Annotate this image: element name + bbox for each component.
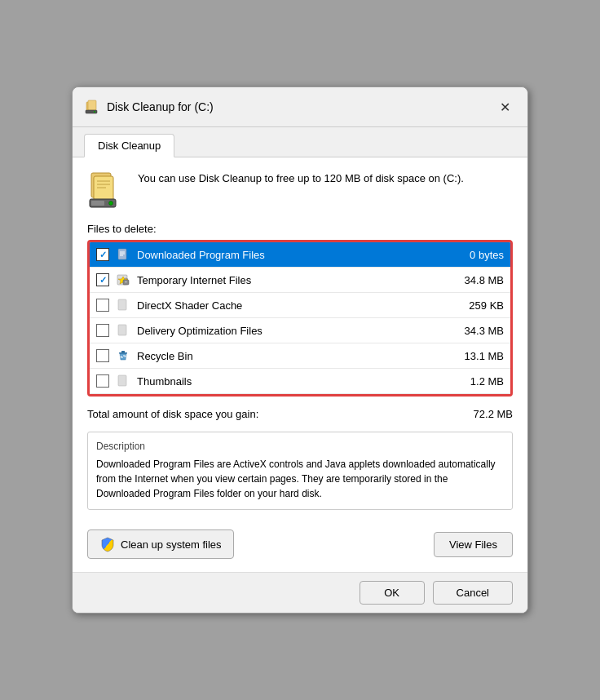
file-size-thumbnails: 1.2 MB (447, 375, 504, 388)
file-checkbox-downloaded[interactable] (96, 248, 109, 261)
total-label: Total amount of disk space you gain: (87, 408, 258, 420)
file-name-directx: DirectX Shader Cache (137, 299, 447, 312)
svg-rect-23 (118, 375, 126, 386)
file-checkbox-temp[interactable] (96, 273, 109, 286)
file-item-temp-internet[interactable]: Temporary Internet Files 34.8 MB (90, 268, 510, 293)
file-item-recycle[interactable]: Recycle Bin 13.1 MB (90, 343, 510, 369)
title-bar: Disk Cleanup for (C:) ✕ (73, 87, 527, 127)
svg-rect-21 (119, 352, 127, 354)
tab-disk-cleanup[interactable]: Disk Cleanup (84, 134, 174, 157)
total-row: Total amount of disk space you gain: 72.… (87, 406, 513, 422)
cleanup-button-label: Clean up system files (121, 538, 222, 551)
svg-rect-22 (121, 351, 125, 352)
file-list[interactable]: Downloaded Program Files 0 bytes (90, 242, 510, 394)
file-size-delivery: 34.3 MB (447, 325, 504, 337)
svg-rect-5 (94, 176, 113, 201)
file-size-downloaded: 0 bytes (447, 249, 504, 261)
file-checkbox-directx[interactable] (96, 299, 109, 312)
disk-cleanup-window: Disk Cleanup for (C:) ✕ Disk Cleanup (72, 86, 528, 614)
view-files-button[interactable]: View Files (434, 532, 513, 557)
file-name-thumbnails: Thumbnails (137, 375, 447, 388)
file-item-delivery[interactable]: Delivery Optimization Files 34.3 MB (90, 318, 510, 343)
intro-section: You can use Disk Cleanup to free up to 1… (87, 171, 513, 210)
intro-text: You can use Disk Cleanup to free up to 1… (138, 171, 464, 187)
file-size-temp: 34.8 MB (447, 274, 504, 286)
svg-rect-19 (118, 299, 126, 310)
svg-point-11 (109, 202, 113, 206)
svg-point-3 (94, 111, 95, 113)
downloaded-icon (116, 247, 130, 262)
window-title: Disk Cleanup for (C:) (107, 100, 493, 113)
description-text: Downloaded Program Files are ActiveX con… (96, 457, 504, 501)
file-name-delivery: Delivery Optimization Files (137, 325, 447, 337)
file-list-container: Downloaded Program Files 0 bytes (87, 240, 513, 397)
close-button[interactable]: ✕ (493, 95, 516, 118)
temp-internet-icon (116, 272, 130, 287)
delivery-icon (116, 323, 130, 338)
thumbnails-icon (116, 374, 130, 388)
disk-cleanup-icon (87, 171, 126, 210)
file-item-thumbnails[interactable]: Thumbnails 1.2 MB (90, 369, 510, 394)
file-size-recycle: 13.1 MB (447, 350, 504, 362)
shield-uac-icon (99, 536, 116, 552)
description-box: Description Downloaded Program Files are… (87, 432, 513, 510)
file-checkbox-recycle[interactable] (96, 349, 109, 362)
file-item-directx[interactable]: DirectX Shader Cache 259 KB (90, 293, 510, 318)
files-to-delete-label: Files to delete: (87, 223, 513, 235)
svg-rect-10 (91, 201, 104, 206)
file-size-directx: 259 KB (447, 299, 504, 312)
footer: OK Cancel (73, 572, 527, 613)
svg-point-18 (126, 281, 127, 283)
total-value: 72.2 MB (474, 408, 513, 420)
directx-icon (116, 298, 130, 312)
file-name-temp: Temporary Internet Files (137, 274, 447, 286)
file-item-downloaded[interactable]: Downloaded Program Files 0 bytes (90, 242, 510, 268)
description-title: Description (96, 441, 504, 452)
file-checkbox-thumbnails[interactable] (96, 374, 109, 388)
file-name-downloaded: Downloaded Program Files (137, 249, 447, 261)
tab-bar: Disk Cleanup (73, 127, 527, 157)
svg-rect-20 (118, 325, 126, 335)
main-content: You can use Disk Cleanup to free up to 1… (73, 157, 527, 572)
file-name-recycle: Recycle Bin (137, 350, 447, 362)
recycle-icon (116, 348, 130, 363)
action-buttons-row: Clean up system files View Files (87, 523, 513, 559)
file-checkbox-delivery[interactable] (96, 324, 109, 337)
cancel-button[interactable]: Cancel (433, 581, 513, 605)
window-icon (84, 99, 100, 115)
svg-rect-1 (88, 100, 96, 110)
ok-button[interactable]: OK (360, 581, 425, 605)
cleanup-system-files-button[interactable]: Clean up system files (87, 529, 234, 559)
